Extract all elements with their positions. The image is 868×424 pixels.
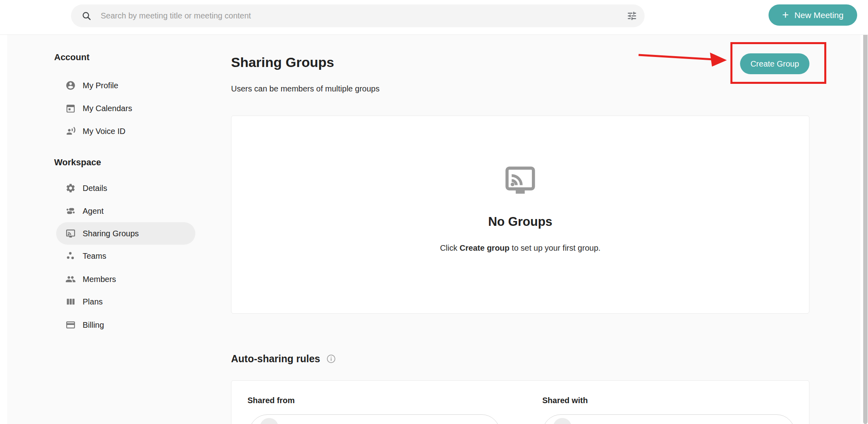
top-bar: Search by meeting title or meeting conte… bbox=[0, 0, 868, 35]
create-group-button[interactable]: Create Group bbox=[740, 53, 809, 74]
sidebar-item-details[interactable]: Details bbox=[56, 177, 195, 199]
agent-dots-icon bbox=[65, 206, 76, 216]
shared-from-select[interactable] bbox=[249, 414, 500, 424]
empty-state-hint: Click Create group to set up your first … bbox=[231, 243, 809, 253]
sidebar-item-members[interactable]: Members bbox=[56, 268, 195, 290]
filter-sliders-icon[interactable] bbox=[626, 10, 638, 22]
sidebar-item-plans[interactable]: Plans bbox=[56, 290, 195, 313]
search-placeholder: Search by meeting title or meeting conte… bbox=[101, 11, 251, 20]
page-title: Sharing Groups bbox=[231, 55, 334, 70]
auto-sharing-card: Shared from Shared with bbox=[231, 380, 809, 424]
sidebar-item-sharing-groups[interactable]: Sharing Groups bbox=[56, 222, 195, 245]
avatar bbox=[553, 418, 572, 424]
cast-screen-icon bbox=[65, 228, 76, 239]
sidebar-item-my-voice-id[interactable]: My Voice ID bbox=[56, 120, 195, 142]
cast-screen-large-icon bbox=[503, 166, 537, 197]
avatar bbox=[260, 418, 278, 424]
page-subtitle: Users can be members of multiple groups bbox=[231, 84, 379, 93]
new-meeting-label: New Meeting bbox=[794, 10, 844, 20]
sidebar-item-agent[interactable]: Agent bbox=[56, 200, 195, 222]
calendar-icon bbox=[65, 103, 76, 114]
voice-id-icon bbox=[65, 126, 76, 136]
info-icon[interactable] bbox=[326, 354, 336, 364]
annotation-arrow bbox=[631, 47, 731, 71]
dots-triangle-icon bbox=[65, 251, 76, 261]
plus-icon: + bbox=[782, 9, 789, 20]
user-circle-icon bbox=[65, 80, 76, 91]
sidebar-item-my-calendars[interactable]: My Calendars bbox=[56, 97, 195, 120]
auto-sharing-heading: Auto-sharing rules bbox=[231, 353, 336, 365]
search-input[interactable]: Search by meeting title or meeting conte… bbox=[71, 4, 645, 27]
groups-empty-card: No Groups Click Create group to set up y… bbox=[231, 116, 809, 314]
sidebar-item-billing[interactable]: Billing bbox=[56, 314, 195, 336]
left-edge-panel bbox=[0, 34, 7, 424]
new-meeting-button[interactable]: + New Meeting bbox=[769, 4, 857, 26]
people-icon bbox=[65, 274, 76, 284]
shared-with-label: Shared with bbox=[542, 396, 588, 405]
scrollbar-thumb[interactable] bbox=[863, 30, 868, 424]
credit-card-icon bbox=[65, 320, 76, 330]
sidebar-item-teams[interactable]: Teams bbox=[56, 245, 195, 267]
gear-icon bbox=[65, 183, 76, 193]
shared-with-select[interactable] bbox=[542, 414, 795, 424]
columns-icon bbox=[65, 296, 76, 307]
shared-from-label: Shared from bbox=[247, 396, 295, 405]
sidebar-heading-account: Account bbox=[54, 52, 89, 63]
sidebar-heading-workspace: Workspace bbox=[54, 157, 101, 168]
search-icon bbox=[81, 11, 92, 21]
sidebar-item-my-profile[interactable]: My Profile bbox=[56, 74, 195, 97]
empty-state-title: No Groups bbox=[231, 215, 809, 229]
